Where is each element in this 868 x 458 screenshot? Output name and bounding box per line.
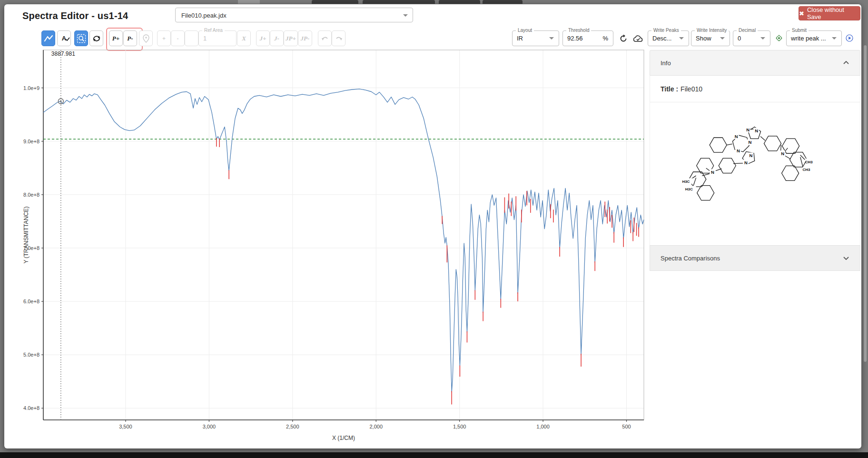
decimal-select[interactable]: Decimal 0 [733,30,770,46]
redo-button[interactable] [332,30,345,46]
background-browser-tab [439,0,480,4]
file-selector[interactable]: File010.peak.jdx [175,8,413,22]
threshold-input[interactable]: Threshold 92.56 % [562,30,613,46]
j-add-button[interactable]: J+ [256,30,270,46]
chevron-down-icon [679,37,684,40]
layout-select[interactable]: Layout IR [512,30,559,46]
background-scrollbar[interactable] [864,45,867,362]
svg-text:N: N [781,151,784,156]
chevron-down-icon [403,14,408,17]
svg-text:N: N [737,148,740,153]
svg-text:3887.981: 3887.981 [51,50,75,57]
background-bottom-band [0,452,868,458]
jp-remove-button[interactable]: JP- [298,30,312,46]
spectrum-chart[interactable]: 1.0e+99.0e+88.0e+87.0e+86.0e+85.0e+84.0e… [23,46,656,444]
svg-text:3,500: 3,500 [119,424,132,429]
svg-text:Y (TRANSMITTANCE): Y (TRANSMITTANCE) [23,206,30,263]
line-chart-mode-button[interactable] [41,30,55,46]
threshold-unit: % [602,31,608,46]
undo-button[interactable] [318,30,332,46]
jp-add-button[interactable]: JP+ [284,30,298,46]
svg-text:CH3: CH3 [805,160,813,164]
undo-icon [321,36,329,41]
svg-text:8.0e+8: 8.0e+8 [23,192,39,198]
redo-icon [335,36,343,41]
svg-text:2,000: 2,000 [369,424,383,429]
chevron-down-icon [549,37,554,40]
molecule-structure-image: NNNNNNNNNCH3CH3H3CH3C [674,115,845,217]
peak-remove-button[interactable]: P- [123,30,137,46]
spectrum-title-value: File010 [681,85,702,93]
screen: Spectra Editor - us1-14 File010.peak.jdx… [0,0,868,458]
location-pin-icon [142,34,150,43]
svg-text:1.0e+9: 1.0e+9 [23,85,39,91]
target-button[interactable] [773,31,785,45]
reset-zoom-button[interactable] [89,30,103,46]
peak-add-button[interactable]: P+ [109,30,123,46]
svg-text:N: N [735,134,738,139]
decrease-button[interactable]: - [171,30,185,46]
cloud-check-icon [632,34,644,43]
save-cloud-button[interactable] [631,30,645,46]
svg-text:500: 500 [622,424,631,429]
svg-text:4.0e+8: 4.0e+8 [23,405,39,411]
chevron-down-icon [760,37,765,40]
reset-zoom-icon [92,35,101,42]
increase-button[interactable]: + [157,30,171,46]
svg-text:N: N [711,169,714,175]
svg-text:H3C: H3C [685,187,693,191]
refresh-threshold-button[interactable] [616,30,631,46]
spectra-comparisons-accordion-header[interactable]: Spectra Comparisons [650,245,860,271]
background-browser-tab [483,0,523,4]
write-peaks-select[interactable]: Write Peaks Desc... [648,30,689,46]
svg-text:H3C: H3C [682,179,690,184]
page-title: Spectra Editor - us1-14 [22,10,128,21]
play-icon [846,32,853,44]
svg-text:2,500: 2,500 [286,424,299,429]
chevron-down-icon [720,37,725,40]
write-intensity-select[interactable]: Write Intensity Show [691,30,730,46]
svg-text:6.0e+8: 6.0e+8 [23,299,39,304]
svg-text:N: N [746,127,750,132]
background-browser-tab [312,0,358,4]
svg-text:1,500: 1,500 [453,424,466,429]
background-fragment [238,0,260,4]
pin-button[interactable] [139,30,153,46]
background-browser-tab [363,0,435,4]
svg-text:N: N [750,153,753,158]
info-panel: Info Title : File010 NNNNNNNNNCH3CH3H3CH… [650,50,860,271]
svg-text:N: N [744,160,748,165]
target-icon [776,33,782,43]
panel-spacer [650,239,860,245]
zoom-select-button[interactable] [74,30,88,46]
svg-text:N: N [755,128,758,133]
chevron-down-icon [843,255,849,261]
svg-text:1,000: 1,000 [536,424,550,429]
empty-button[interactable] [185,30,198,46]
spectrum-chart-canvas[interactable]: 1.0e+99.0e+88.0e+87.0e+86.0e+85.0e+84.0e… [23,46,656,444]
clear-ref-button[interactable]: X [237,30,251,46]
svg-text:N: N [748,139,751,145]
chevron-up-icon [843,60,849,66]
submit-select[interactable]: Submit write peak ... [786,30,842,46]
svg-text:CH3: CH3 [803,168,810,172]
close-without-save-button[interactable]: ✖ Close without Save [799,6,860,20]
info-accordion-header[interactable]: Info [650,50,860,76]
line-chart-icon [44,35,53,42]
auto-assign-button[interactable]: A [57,30,71,46]
run-submit-button[interactable] [843,31,856,45]
svg-text:5.0e+8: 5.0e+8 [23,352,39,358]
spectra-editor-modal: Spectra Editor - us1-14 File010.peak.jdx… [4,4,861,448]
svg-text:3,000: 3,000 [203,424,216,429]
zoom-area-icon [77,34,86,43]
spectrum-title-row: Title : File010 [650,76,860,102]
svg-text:X (1/CM): X (1/CM) [332,435,355,441]
chevron-down-icon [832,37,837,40]
svg-text:9.0e+8: 9.0e+8 [23,139,39,144]
refresh-icon [619,34,628,43]
letter-a-check-icon: A [62,35,66,42]
ref-area-input[interactable]: Ref Area 1 [198,30,237,46]
molecule-structure-container: NNNNNNNNNCH3CH3H3CH3C [650,102,860,239]
j-remove-button[interactable]: J- [270,30,284,46]
file-selector-value: File010.peak.jdx [181,12,227,19]
